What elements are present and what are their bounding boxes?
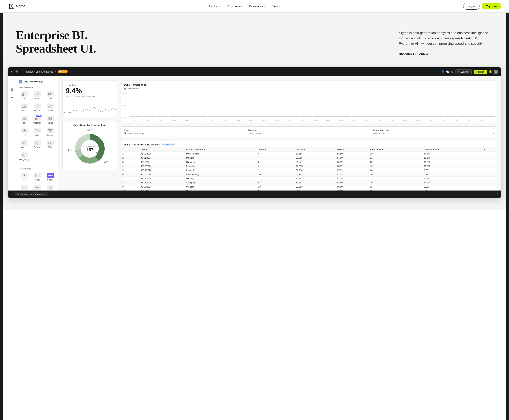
sidebar-item-geography[interactable]: Geography [18,151,30,162]
share-icon[interactable]: 👤 [441,70,444,73]
weekday-filter-select[interactable]: Select values ▾ [248,132,369,135]
sidebar-pointer-icon-btn[interactable]: ⊕ [9,95,15,100]
sidebar-item-combo[interactable]: Combo [44,102,56,113]
svg-point-3 [35,106,36,107]
sidebar-item-text[interactable]: A Text [18,172,30,182]
cell-output: 30,856 [295,151,336,156]
svg-point-31 [49,187,51,188]
sidebar-item-line[interactable]: Line [31,90,43,101]
x-label: 06/14 [168,120,180,121]
sidebar-item-donut[interactable]: Donut [44,114,56,125]
bar-column [129,117,142,117]
add-tab-icon[interactable]: + [11,193,13,196]
nav-link-more[interactable]: More ▾ [272,5,280,8]
bar-column [404,117,417,117]
nav-link-product[interactable]: Product ▾ [208,5,221,8]
bar-column [300,117,312,117]
comment-icon[interactable]: 💬 [446,70,450,73]
x-label: 06/25 [309,120,322,121]
bar-rect [129,117,142,117]
cell-stops: 11 [257,176,295,180]
production-line-filter-select[interactable]: Select values ▾ [373,132,494,135]
sidebar-item-gauge[interactable]: Gauge [18,139,30,150]
cell-stops: 6 [257,151,295,156]
bar-column [155,117,168,117]
weekday-filter-label: Weekday [248,129,369,131]
sidebar-item-box[interactable]: Box [18,114,30,125]
cell-line: Welding [185,185,257,189]
add-new-element-button[interactable]: + Add new element [16,79,58,85]
login-button[interactable]: Login [463,3,479,10]
sidebar-item-sankey[interactable]: Sankey [31,127,43,137]
sidebar-item-image[interactable]: Image [31,172,43,182]
logo[interactable]: sigma [8,3,26,9]
cell-num: 7 [121,176,139,180]
svg-point-16 [50,118,51,119]
bar-column [143,117,155,117]
publish-button[interactable]: Publish [474,70,487,74]
sidebar-add-icon-btn[interactable]: + [9,79,15,84]
image-icon [34,172,41,178]
donut-label-10: 10% [96,152,101,154]
cell-rejections: 22 [369,160,422,164]
chart-legend: Downtime % [121,86,497,91]
table-row: 8 06/17/2024 Stamping 5 30,497 81.4% 19 … [121,180,497,185]
cell-oee: 85.8% [336,160,369,164]
cell-line: Painting [185,156,257,160]
waterfall-icon: BETA [34,116,41,121]
sidebar-item-funnel[interactable]: Funnel [44,127,56,137]
kpi-icon: $1.2M [47,91,54,97]
bar-column [483,117,495,117]
bar-rect [155,117,168,117]
sidebar-item-button[interactable]: Button Button [44,172,56,182]
svg-rect-28 [35,174,39,177]
embed-icon [21,185,28,190]
bar-column [326,117,339,117]
sidebar-item-pie[interactable]: Pie [18,127,30,137]
cell-date: 06/15/2024 [139,172,185,176]
col-line: Production Line ▼ [185,147,257,152]
sidebar-item-embed[interactable]: Embed [18,184,30,190]
sidebar-item-point[interactable]: Point [44,139,56,150]
nav-link-resources[interactable]: Resources ▾ [249,5,265,8]
main-content: Downtime 9.4% ⓘ 10.3% Jul 09 vs Jul 08, … [59,76,501,190]
date-filter-select[interactable]: 📅 Select date range [124,132,245,135]
cell-rejections: 16 [369,164,422,168]
x-label: 07/05 [437,120,450,121]
cell-downtime: 14.6% [422,151,483,156]
bell-icon[interactable]: 🔔 [489,70,492,74]
sidebar-item-divider[interactable]: Divider [31,184,43,190]
search-icon[interactable]: 🔍 [15,70,19,73]
donut-icon [47,116,54,121]
date-filter: Date 📅 Select date range [124,129,245,135]
sidebar-item-kpi[interactable]: $1.2M KPI [44,90,56,101]
avatar-icon[interactable] [494,70,498,74]
nav-link-customers[interactable]: Customers [227,5,242,8]
sidebar-item-scatter[interactable]: Scatter [31,102,43,113]
text-icon: A [21,172,28,178]
bottom-tab-production[interactable]: Production Line Summary ▾ [14,192,48,196]
sidebar-item-waterfall[interactable]: BETA Waterfall [31,114,43,125]
editing-button[interactable]: ✏ Editing ▾ [456,69,472,74]
tab-chevron-icon: ▾ [45,193,46,195]
sidebar-menu-icon-btn[interactable]: ☰ [9,87,15,92]
sidebar-item-region[interactable]: Region [31,139,43,150]
try-free-button[interactable]: Try free [482,3,501,9]
col-add[interactable]: + [482,147,497,152]
bar-column [195,117,208,117]
cell-output: 31,634 [295,160,336,164]
sidebar-item-area[interactable]: Area [18,102,30,113]
request-demo-button[interactable]: REQUEST A DEMO → [399,52,433,55]
sidebar-item-bar[interactable]: Bar [18,90,30,101]
ui-elements-section-title: UI elements [16,166,58,171]
sidebar-item-plugin[interactable]: Plugin [44,184,56,190]
svg-point-20 [35,142,39,144]
x-label: 07/03 [412,120,424,121]
settings-icon[interactable]: ⚙ [451,70,454,73]
divider [21,70,21,74]
bar-rect [470,117,482,117]
chevron-down-icon-3: ▾ [279,5,280,7]
cell-num: 4 [121,164,139,168]
x-label: 07/06 [450,120,463,121]
cell-add [482,168,497,172]
